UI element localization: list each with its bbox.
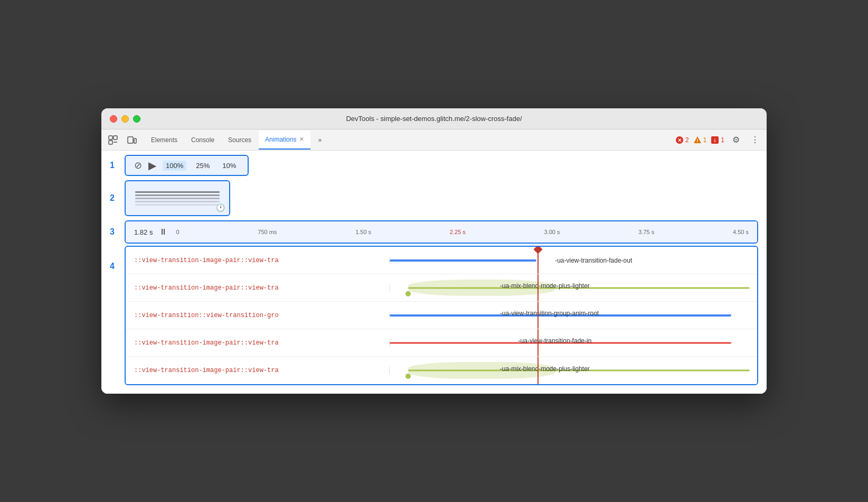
inspector-icon[interactable] (106, 133, 120, 147)
row-2-anim-label: -ua-mix-blend-mode-plus-lighter (500, 282, 590, 290)
row-5-dot (405, 374, 411, 379)
close-button[interactable] (110, 115, 117, 123)
row-1-label: ::view-transition-image-pair::view-tra (126, 257, 390, 264)
tab-elements[interactable]: Elements (145, 131, 184, 150)
traffic-lights (110, 115, 140, 123)
section-label-3: 3 (110, 227, 125, 237)
animation-preview-lines (135, 191, 220, 206)
tab-bar-right: ✕ 2 ! 1 i 1 ⚙ ⋮ (675, 133, 762, 147)
controls-section: ⊘ ▶ 100% 25% 10% (125, 155, 249, 176)
error-badge[interactable]: ✕ 2 (675, 136, 689, 144)
svg-rect-2 (109, 141, 112, 144)
table-row: ::view-transition-image-pair::view-tra -… (126, 247, 757, 274)
speed-10-btn[interactable]: 10% (219, 161, 239, 171)
row-4-anim-label: -ua-view-transition-fade-in (518, 337, 592, 345)
row-1-bar (390, 259, 536, 262)
table-row: ::view-transition-image-pair::view-tra -… (126, 357, 757, 384)
section-label-4: 4 (110, 246, 125, 271)
time-display: 1.82 s (134, 228, 153, 236)
row-4-track: -ua-view-transition-fade-in (390, 329, 757, 356)
row-1-track: -ua-view-transition-fade-out (390, 247, 757, 274)
clear-icon[interactable]: ⊘ (134, 160, 142, 171)
info-badge[interactable]: i 1 (711, 136, 724, 144)
anim-line-2 (135, 194, 220, 196)
svg-rect-1 (114, 136, 117, 140)
window-title: DevTools - simple-set-demos.glitch.me/2-… (346, 115, 522, 123)
section-label-2: 2 (110, 193, 125, 203)
row-3-anim-label: -ua-view-transition-group-anim-root (500, 310, 599, 317)
settings-icon[interactable]: ⚙ (729, 133, 743, 147)
row-2-label: ::view-transition-image-pair::view-tra (126, 284, 390, 292)
svg-text:!: ! (696, 138, 698, 143)
row-2-dot (405, 291, 411, 296)
row-5-anim-label: -ua-mix-blend-mode-plus-lighter (500, 365, 590, 373)
more-options-icon[interactable]: ⋮ (748, 133, 762, 147)
svg-rect-4 (128, 137, 133, 143)
tab-more[interactable]: » (312, 131, 328, 150)
tab-bar-icons (106, 133, 139, 147)
tab-sources[interactable]: Sources (222, 131, 258, 150)
animation-preview: 🕐 (125, 180, 230, 216)
device-toggle-icon[interactable] (125, 133, 139, 147)
row-3-label: ::view-transition::view-transition-gro (126, 312, 390, 319)
svg-text:i: i (714, 138, 716, 143)
devtools-body: Elements Console Sources Animations ✕ » … (101, 129, 767, 394)
anim-line-5 (135, 204, 220, 206)
table-row: ::view-transition-image-pair::view-tra -… (126, 329, 757, 357)
playhead-row4 (537, 329, 539, 356)
playhead-row2 (537, 274, 539, 301)
minimize-button[interactable] (121, 115, 129, 123)
row-2-track: -ua-mix-blend-mode-plus-lighter (390, 274, 757, 301)
playhead-row3 (537, 302, 539, 329)
tab-animations[interactable]: Animations ✕ (259, 131, 310, 150)
row-5-track: -ua-mix-blend-mode-plus-lighter (390, 357, 757, 384)
speed-25-btn[interactable]: 25% (193, 161, 213, 171)
animation-clock-icon: 🕐 (216, 203, 225, 212)
anim-line-4 (135, 201, 220, 202)
table-row: ::view-transition-image-pair::view-tra -… (126, 274, 757, 302)
devtools-window: DevTools - simple-set-demos.glitch.me/2-… (101, 108, 767, 394)
timeline-ticks: 0 750 ms 1.50 s 2.25 s 3.00 s 3.75 s 4.5… (176, 229, 749, 235)
tab-bar: Elements Console Sources Animations ✕ » … (101, 129, 767, 151)
timeline-header: 1.82 s ⏸ 0 750 ms 1.50 s 2.25 s 3.00 s 3… (126, 221, 757, 243)
row-3-track: -ua-view-transition-group-anim-root (390, 302, 757, 329)
anim-line-1 (135, 191, 220, 193)
animation-rows-container: ::view-transition-image-pair::view-tra -… (125, 246, 758, 385)
row-5-label: ::view-transition-image-pair::view-tra (126, 367, 390, 374)
section-label-1: 1 (110, 161, 125, 170)
playhead-row5 (537, 357, 539, 384)
playhead-row1 (537, 247, 539, 274)
tab-close-icon[interactable]: ✕ (299, 136, 304, 143)
svg-rect-5 (134, 138, 136, 143)
svg-text:✕: ✕ (677, 137, 682, 143)
pause-icon[interactable]: ⏸ (159, 227, 167, 237)
warn-badge[interactable]: ! 1 (693, 136, 707, 144)
svg-rect-0 (109, 136, 112, 140)
row-4-label: ::view-transition-image-pair::view-tra (126, 339, 390, 347)
title-bar: DevTools - simple-set-demos.glitch.me/2-… (101, 108, 767, 129)
table-row: ::view-transition::view-transition-gro -… (126, 302, 757, 329)
anim-line-3 (135, 198, 220, 199)
row-1-anim-label: -ua-view-transition-fade-out (555, 257, 632, 264)
play-icon[interactable]: ▶ (148, 159, 156, 172)
speed-100-btn[interactable]: 100% (163, 161, 186, 171)
diamond-marker (534, 247, 543, 254)
tab-console[interactable]: Console (185, 131, 221, 150)
maximize-button[interactable] (133, 115, 140, 123)
